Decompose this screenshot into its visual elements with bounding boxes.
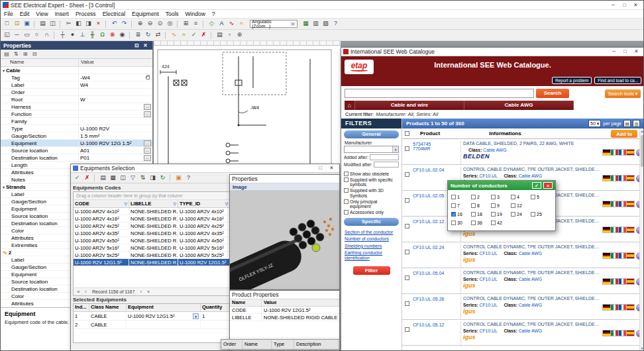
product-checkbox[interactable] bbox=[405, 327, 409, 332]
product-checkbox[interactable] bbox=[405, 172, 409, 177]
catalogue-access-icon[interactable]: ▣ bbox=[174, 174, 184, 183]
product-row[interactable]: CF10.UL.05.12 CONTROL CABLE DYNAMIC, TPE… bbox=[402, 320, 644, 346]
product-property-row[interactable]: CODE U-1000 R2V 12G1.5² bbox=[230, 307, 339, 314]
menu-item[interactable]: ? bbox=[209, 11, 219, 17]
collapse-all-icon[interactable]: ⊟ bbox=[30, 50, 39, 58]
expander-icon[interactable]: ▾ bbox=[3, 68, 5, 73]
column-header[interactable]: Order bbox=[221, 340, 242, 349]
property-row[interactable]: ▾ ∿ Destination location P01 … bbox=[1, 154, 152, 162]
sheet-icon[interactable]: ▤ bbox=[215, 30, 225, 40]
conductor-option[interactable]: 19 bbox=[491, 212, 511, 217]
pin-icon[interactable]: ⊡ bbox=[133, 42, 141, 50]
property-row[interactable]: ▾ ∿ Order … bbox=[1, 89, 152, 96]
flag-germany-icon[interactable] bbox=[603, 330, 610, 336]
prev-record-button[interactable]: ‹ bbox=[83, 289, 89, 294]
property-row[interactable]: ▾ ∿ Tag -W4 … bbox=[1, 74, 152, 81]
checkbox-icon[interactable] bbox=[531, 195, 535, 199]
product-checkbox[interactable] bbox=[405, 250, 409, 254]
help-icon[interactable]: ? bbox=[331, 19, 341, 28]
save-icon[interactable]: ▣ bbox=[22, 19, 32, 28]
database-icon[interactable]: ▥ bbox=[311, 19, 321, 28]
print-list-icon[interactable]: ▥ bbox=[633, 120, 640, 127]
series-link[interactable]: CF10.UL bbox=[480, 174, 498, 178]
checkbox-icon[interactable] bbox=[471, 221, 476, 225]
flag-spain-icon[interactable] bbox=[627, 330, 634, 336]
menu-item[interactable]: Tools bbox=[162, 11, 182, 17]
flag-italy-icon[interactable] bbox=[611, 253, 618, 258]
scroll-down-icon[interactable]: ▼ bbox=[641, 346, 644, 351]
added-after-input[interactable] bbox=[370, 154, 399, 160]
product-property-row[interactable]: LIBELLE NONE-SHIELDED RIGID CABLE bbox=[230, 314, 339, 321]
property-row[interactable]: ▾ ∿ Source location A01 … bbox=[1, 147, 152, 154]
product-checkbox[interactable] bbox=[405, 146, 409, 151]
select-icon[interactable]: ◱ bbox=[2, 30, 12, 40]
open-icon[interactable]: ⊡ bbox=[12, 19, 22, 28]
zoom-fit-icon[interactable]: ◎ bbox=[165, 19, 175, 28]
class-link[interactable]: Cable AWG bbox=[519, 251, 542, 256]
flag-italy-icon[interactable] bbox=[611, 305, 618, 310]
flag-italy-icon[interactable] bbox=[611, 227, 618, 232]
chevron-down-icon[interactable]: ▾ bbox=[290, 22, 295, 26]
wire-icon[interactable]: ∿ bbox=[227, 19, 237, 28]
flag-italy-icon[interactable] bbox=[611, 279, 618, 284]
search-input[interactable] bbox=[345, 89, 534, 98]
search-button[interactable]: Search bbox=[536, 89, 569, 98]
checkbox-icon[interactable] bbox=[344, 210, 349, 215]
product-description[interactable]: CONTROL CABLE DYNAMIC, TPE OUTER JACKET,… bbox=[463, 270, 601, 276]
apply-button[interactable]: ✓ bbox=[532, 182, 541, 189]
menu-item[interactable]: Edit bbox=[17, 11, 33, 17]
property-row[interactable]: ▾ ∿ Type U-1000 R2V … bbox=[1, 125, 152, 132]
list-view-icon[interactable]: ▤ bbox=[98, 174, 108, 183]
product-checkbox[interactable] bbox=[405, 224, 409, 228]
product-checkbox[interactable] bbox=[405, 276, 409, 280]
conductor-option[interactable]: 25 bbox=[531, 212, 551, 217]
categorized-icon[interactable]: ▤ bbox=[2, 50, 11, 58]
search-tools-button[interactable]: Search tools ▾ bbox=[605, 89, 641, 98]
strands-icon[interactable]: ≈ bbox=[179, 30, 189, 40]
filter-checkbox[interactable]: Accessories only bbox=[344, 210, 399, 215]
details-view-icon[interactable]: ▦ bbox=[108, 174, 118, 183]
flag-italy-icon[interactable] bbox=[611, 201, 618, 207]
columns-icon[interactable]: ◨ bbox=[148, 174, 158, 183]
conductor-option[interactable]: 8 bbox=[471, 203, 491, 208]
series-link[interactable]: CF10.UL bbox=[480, 251, 498, 256]
product-row[interactable]: CF10.UL.02.24 CONTROL CABLE DYNAMIC, TPE… bbox=[402, 242, 644, 268]
filter-link[interactable]: Shielding numbers bbox=[341, 242, 402, 250]
conductor-option[interactable]: 5 bbox=[531, 195, 551, 199]
column-header[interactable]: Class Name bbox=[89, 304, 127, 311]
checkbox-icon[interactable] bbox=[511, 195, 515, 199]
property-row[interactable]: ▾ ∿ Root W … bbox=[1, 96, 152, 103]
filter-link[interactable]: Number of conductors bbox=[341, 236, 402, 243]
undo-icon[interactable]: ↶ bbox=[109, 19, 119, 28]
conductor-option[interactable]: 12 bbox=[511, 203, 531, 208]
product-code-link[interactable]: CF10.UL.05.26 bbox=[413, 297, 460, 301]
product-code2-link[interactable]: 7704MR bbox=[413, 146, 460, 151]
browse-button[interactable]: … bbox=[144, 104, 151, 110]
export-icon[interactable]: ▤ bbox=[623, 120, 631, 127]
flag-germany-icon[interactable] bbox=[603, 305, 610, 310]
conductor-option[interactable]: 30 bbox=[451, 221, 471, 225]
find-load-button[interactable]: Find and load to ca... bbox=[594, 77, 641, 84]
filter-checkbox[interactable]: Only principal equipment bbox=[344, 199, 399, 209]
product-checkbox[interactable] bbox=[405, 301, 409, 306]
scrollbar-thumb[interactable] bbox=[641, 135, 644, 167]
specific-section-button[interactable]: Specific bbox=[344, 218, 399, 226]
flag-italy-icon[interactable] bbox=[611, 330, 618, 336]
flag-france-icon[interactable] bbox=[619, 201, 626, 207]
checkbox-icon[interactable] bbox=[344, 177, 349, 182]
draw-rect-icon[interactable]: ▭ bbox=[22, 30, 32, 40]
delete-icon[interactable]: × bbox=[93, 19, 103, 28]
draw-arc-icon[interactable]: ∩ bbox=[42, 30, 52, 40]
menu-item[interactable]: File bbox=[1, 11, 17, 17]
menu-item[interactable]: Window bbox=[182, 11, 209, 17]
flag-germany-icon[interactable] bbox=[603, 176, 610, 181]
menu-item[interactable]: Insert bbox=[52, 11, 72, 17]
terminal-icon[interactable]: ⊥ bbox=[78, 30, 87, 40]
checkbox-icon[interactable] bbox=[451, 212, 456, 217]
class-link[interactable]: Cable AWG bbox=[519, 277, 542, 281]
product-description[interactable]: DATA CABLE, SHIELDED, 2 PAIRS, 22 AWG, W… bbox=[463, 141, 601, 147]
property-row[interactable]: ▾ ∿ Harness … bbox=[1, 103, 152, 111]
column-header[interactable]: LIBELLE ▽ bbox=[129, 200, 178, 207]
flag-france-icon[interactable] bbox=[619, 253, 626, 258]
selected-equipment-row[interactable]: 1 CABLE U-1000 R2V 12G1.5² ▾ 1 bbox=[74, 312, 230, 321]
